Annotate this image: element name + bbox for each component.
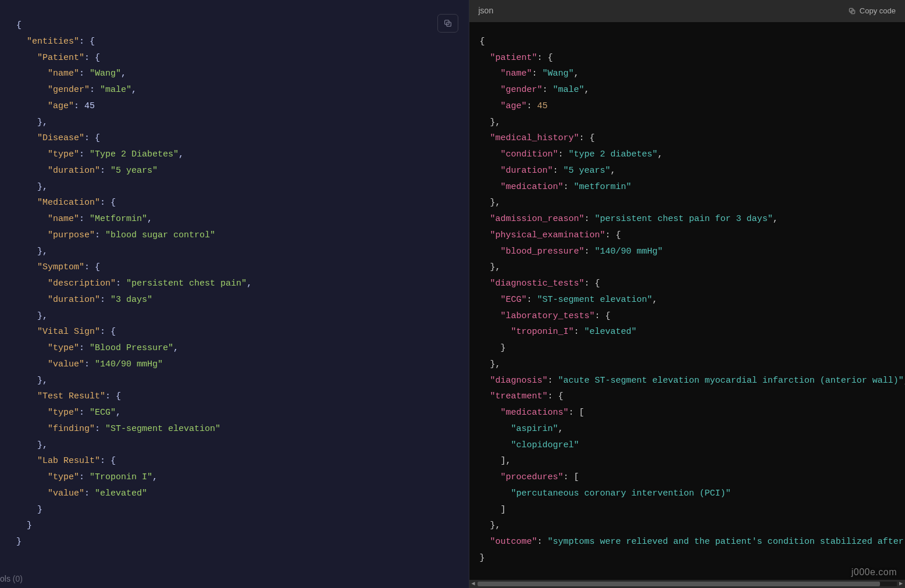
right-code-pane: json Copy code { "patient": { "name": "W… bbox=[469, 0, 906, 588]
watermark: j000e.com bbox=[851, 564, 897, 581]
lang-label: json bbox=[479, 3, 494, 19]
bottom-status: ols (0) bbox=[0, 572, 23, 587]
copy-icon bbox=[848, 7, 856, 15]
copy-code-button[interactable]: Copy code bbox=[848, 6, 896, 15]
copy-icon bbox=[443, 19, 452, 28]
horizontal-scrollbar[interactable]: ◀ ▶ bbox=[469, 580, 906, 588]
right-code-block[interactable]: { "patient": { "name": "Wang", "gender":… bbox=[469, 22, 906, 580]
status-label: ols bbox=[0, 574, 10, 583]
left-code-pane: { "entities": { "Patient": { "name": "Wa… bbox=[0, 0, 469, 588]
right-header: json Copy code bbox=[469, 0, 906, 22]
split-container: { "entities": { "Patient": { "name": "Wa… bbox=[0, 0, 905, 588]
left-code-block[interactable]: { "entities": { "Patient": { "name": "Wa… bbox=[16, 17, 452, 571]
status-count: (0) bbox=[13, 574, 23, 583]
scrollbar-thumb[interactable] bbox=[478, 582, 881, 586]
copy-code-label: Copy code bbox=[860, 6, 896, 15]
copy-button-left[interactable] bbox=[437, 14, 458, 33]
scroll-right-arrow-icon[interactable]: ▶ bbox=[897, 580, 905, 588]
scrollbar-track[interactable] bbox=[478, 582, 897, 586]
scroll-left-arrow-icon[interactable]: ◀ bbox=[469, 580, 478, 588]
